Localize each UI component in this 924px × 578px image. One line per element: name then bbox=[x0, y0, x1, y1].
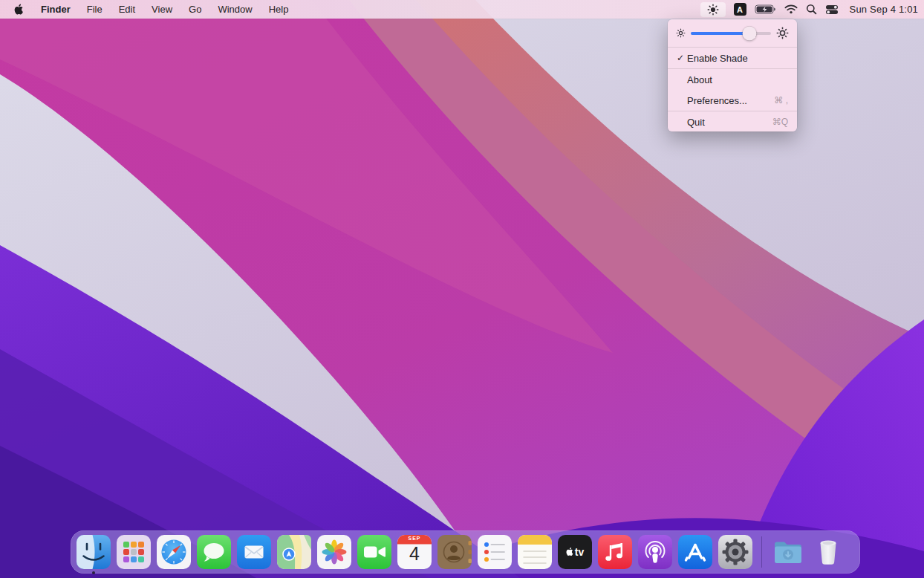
dock-item-notes[interactable] bbox=[518, 535, 552, 569]
menu-edit[interactable]: Edit bbox=[119, 4, 135, 15]
menu-bar-left: Finder File Edit View Go Window Help bbox=[0, 3, 288, 16]
search-icon bbox=[806, 4, 817, 15]
control-center-icon bbox=[825, 4, 839, 15]
dock-item-calendar[interactable]: SEP 4 bbox=[397, 535, 432, 569]
battery-charging-icon bbox=[755, 4, 776, 14]
dock-divider bbox=[761, 536, 762, 568]
control-center-menubar-button[interactable] bbox=[825, 2, 839, 17]
menu-help[interactable]: Help bbox=[269, 4, 289, 15]
menu-window[interactable]: Window bbox=[218, 4, 252, 15]
menu-view[interactable]: View bbox=[152, 4, 172, 15]
dock-item-podcasts[interactable] bbox=[638, 535, 672, 569]
menu-item-enable-shade[interactable]: ✓ Enable Shade bbox=[668, 48, 797, 68]
calendar-month-label: SEP bbox=[397, 536, 432, 541]
dock-item-reminders[interactable] bbox=[478, 535, 512, 569]
dock: SEP 4 bbox=[71, 530, 860, 574]
dock-item-trash[interactable] bbox=[811, 535, 845, 569]
apple-logo-icon bbox=[566, 547, 574, 556]
dock-item-contacts[interactable] bbox=[437, 535, 472, 569]
dock-item-downloads[interactable] bbox=[771, 535, 805, 569]
tv-label: tv bbox=[575, 546, 584, 558]
enable-shade-label: Enable Shade bbox=[687, 53, 748, 64]
finder-running-indicator bbox=[92, 571, 95, 574]
brightness-slider[interactable] bbox=[691, 32, 771, 35]
menu-finder[interactable]: Finder bbox=[41, 4, 71, 15]
dock-item-facetime[interactable] bbox=[357, 535, 391, 569]
spotlight-menubar-button[interactable] bbox=[806, 2, 817, 17]
quit-shortcut: ⌘Q bbox=[772, 117, 788, 127]
dock-item-finder[interactable] bbox=[77, 535, 111, 569]
battery-menubar-button[interactable] bbox=[755, 2, 776, 17]
desktop: Finder File Edit View Go Window Help bbox=[0, 0, 924, 578]
menu-go[interactable]: Go bbox=[189, 4, 201, 15]
brightness-slider-knob[interactable] bbox=[742, 26, 756, 40]
menu-item-quit[interactable]: Quit ⌘Q bbox=[668, 111, 797, 132]
dock-item-apple-tv[interactable]: tv bbox=[558, 535, 592, 569]
preferences-shortcut: ⌘ , bbox=[774, 95, 788, 105]
dock-item-photos[interactable] bbox=[317, 535, 351, 569]
brightness-min-icon bbox=[676, 28, 686, 38]
input-source-menubar-button[interactable]: A bbox=[734, 2, 746, 17]
menu-bar: Finder File Edit View Go Window Help bbox=[0, 0, 924, 19]
brightness-max-icon bbox=[776, 27, 789, 39]
wifi-menubar-button[interactable] bbox=[784, 2, 798, 17]
menu-bar-clock[interactable]: Sun Sep 4 1:01 bbox=[850, 4, 918, 15]
menu-bar-status: A bbox=[700, 2, 924, 17]
quit-label: Quit bbox=[687, 117, 705, 128]
dock-item-maps[interactable] bbox=[277, 535, 311, 569]
apple-menu[interactable] bbox=[14, 3, 25, 16]
calendar-day-label: 4 bbox=[397, 543, 432, 565]
menu-item-preferences[interactable]: Preferences... ⌘ , bbox=[668, 90, 797, 111]
preferences-label: Preferences... bbox=[687, 95, 747, 106]
dock-item-messages[interactable] bbox=[197, 535, 231, 569]
dock-item-system-preferences[interactable] bbox=[718, 535, 752, 569]
shade-dropdown-menu: ✓ Enable Shade About Preferences... ⌘ , … bbox=[668, 19, 797, 131]
menu-item-about[interactable]: About bbox=[668, 69, 797, 90]
apple-logo-icon bbox=[14, 3, 25, 16]
menu-file[interactable]: File bbox=[87, 4, 103, 15]
checkmark-icon: ✓ bbox=[677, 53, 687, 63]
dock-item-launchpad[interactable] bbox=[117, 535, 151, 569]
brightness-slider-row bbox=[668, 19, 797, 47]
brightness-sun-icon bbox=[707, 4, 719, 16]
brightness-slider-fill bbox=[691, 32, 749, 35]
dock-item-mail[interactable] bbox=[237, 535, 271, 569]
dock-item-app-store[interactable] bbox=[678, 535, 712, 569]
shade-menubar-button[interactable] bbox=[700, 2, 726, 17]
wifi-icon bbox=[784, 4, 798, 14]
dock-item-safari[interactable] bbox=[157, 535, 191, 569]
about-label: About bbox=[687, 74, 712, 85]
dock-item-music[interactable] bbox=[598, 535, 632, 569]
input-source-icon: A bbox=[734, 3, 746, 16]
